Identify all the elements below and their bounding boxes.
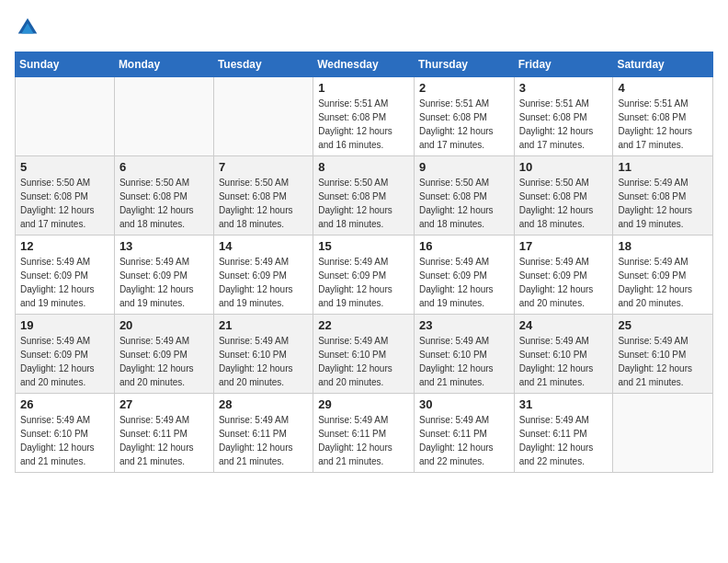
- calendar-week-row: 12Sunrise: 5:49 AM Sunset: 6:09 PM Dayli…: [16, 236, 713, 315]
- day-info: Sunrise: 5:49 AM Sunset: 6:10 PM Dayligh…: [219, 334, 308, 389]
- day-info: Sunrise: 5:49 AM Sunset: 6:09 PM Dayligh…: [119, 334, 209, 389]
- calendar-cell: 11Sunrise: 5:49 AM Sunset: 6:08 PM Dayli…: [613, 156, 713, 236]
- calendar-table: SundayMondayTuesdayWednesdayThursdayFrid…: [15, 52, 713, 473]
- day-number: 24: [519, 318, 609, 332]
- calendar-cell: [613, 394, 713, 473]
- day-info: Sunrise: 5:49 AM Sunset: 6:11 PM Dayligh…: [519, 413, 609, 468]
- day-number: 23: [419, 318, 509, 332]
- logo: [15, 15, 44, 40]
- day-number: 3: [519, 81, 609, 95]
- column-header-friday: Friday: [514, 52, 613, 77]
- calendar-cell: 3Sunrise: 5:51 AM Sunset: 6:08 PM Daylig…: [514, 77, 613, 156]
- day-info: Sunrise: 5:50 AM Sunset: 6:08 PM Dayligh…: [119, 176, 209, 231]
- calendar-cell: 20Sunrise: 5:49 AM Sunset: 6:09 PM Dayli…: [114, 315, 213, 394]
- day-number: 25: [618, 318, 708, 332]
- column-header-sunday: Sunday: [16, 52, 115, 77]
- calendar-header-row: SundayMondayTuesdayWednesdayThursdayFrid…: [16, 52, 713, 77]
- calendar-week-row: 5Sunrise: 5:50 AM Sunset: 6:08 PM Daylig…: [16, 156, 713, 236]
- page-header: [15, 15, 713, 40]
- calendar-cell: 6Sunrise: 5:50 AM Sunset: 6:08 PM Daylig…: [114, 156, 213, 236]
- calendar-cell: 31Sunrise: 5:49 AM Sunset: 6:11 PM Dayli…: [514, 394, 613, 473]
- calendar-cell: [16, 77, 115, 156]
- day-info: Sunrise: 5:49 AM Sunset: 6:09 PM Dayligh…: [618, 255, 708, 310]
- day-info: Sunrise: 5:50 AM Sunset: 6:08 PM Dayligh…: [20, 176, 109, 231]
- day-info: Sunrise: 5:49 AM Sunset: 6:08 PM Dayligh…: [618, 176, 708, 231]
- calendar-cell: 5Sunrise: 5:50 AM Sunset: 6:08 PM Daylig…: [16, 156, 115, 236]
- calendar-cell: 28Sunrise: 5:49 AM Sunset: 6:11 PM Dayli…: [213, 394, 313, 473]
- calendar-cell: 13Sunrise: 5:49 AM Sunset: 6:09 PM Dayli…: [114, 236, 213, 315]
- calendar-cell: 25Sunrise: 5:49 AM Sunset: 6:10 PM Dayli…: [613, 315, 713, 394]
- day-info: Sunrise: 5:49 AM Sunset: 6:09 PM Dayligh…: [219, 255, 308, 310]
- day-info: Sunrise: 5:50 AM Sunset: 6:08 PM Dayligh…: [419, 176, 509, 231]
- day-number: 27: [119, 397, 209, 411]
- calendar-cell: 26Sunrise: 5:49 AM Sunset: 6:10 PM Dayli…: [16, 394, 115, 473]
- column-header-wednesday: Wednesday: [313, 52, 415, 77]
- calendar-cell: 4Sunrise: 5:51 AM Sunset: 6:08 PM Daylig…: [613, 77, 713, 156]
- day-info: Sunrise: 5:51 AM Sunset: 6:08 PM Dayligh…: [419, 97, 509, 152]
- calendar-cell: 30Sunrise: 5:49 AM Sunset: 6:11 PM Dayli…: [414, 394, 514, 473]
- day-info: Sunrise: 5:49 AM Sunset: 6:10 PM Dayligh…: [519, 334, 609, 389]
- day-info: Sunrise: 5:49 AM Sunset: 6:09 PM Dayligh…: [318, 255, 409, 310]
- calendar-cell: [114, 77, 213, 156]
- day-number: 6: [119, 160, 209, 174]
- calendar-cell: 21Sunrise: 5:49 AM Sunset: 6:10 PM Dayli…: [213, 315, 313, 394]
- day-number: 4: [618, 81, 708, 95]
- day-number: 10: [519, 160, 609, 174]
- calendar-cell: 29Sunrise: 5:49 AM Sunset: 6:11 PM Dayli…: [313, 394, 415, 473]
- calendar-cell: 10Sunrise: 5:50 AM Sunset: 6:08 PM Dayli…: [514, 156, 613, 236]
- day-number: 5: [20, 160, 109, 174]
- day-number: 14: [219, 239, 308, 253]
- day-number: 15: [318, 239, 409, 253]
- logo-icon: [15, 15, 40, 40]
- column-header-saturday: Saturday: [613, 52, 713, 77]
- day-number: 21: [219, 318, 308, 332]
- day-info: Sunrise: 5:49 AM Sunset: 6:11 PM Dayligh…: [419, 413, 509, 468]
- day-info: Sunrise: 5:49 AM Sunset: 6:09 PM Dayligh…: [419, 255, 509, 310]
- day-info: Sunrise: 5:49 AM Sunset: 6:11 PM Dayligh…: [219, 413, 308, 468]
- day-number: 16: [419, 239, 509, 253]
- day-info: Sunrise: 5:49 AM Sunset: 6:09 PM Dayligh…: [20, 255, 109, 310]
- calendar-cell: 14Sunrise: 5:49 AM Sunset: 6:09 PM Dayli…: [213, 236, 313, 315]
- day-number: 8: [318, 160, 409, 174]
- day-number: 1: [318, 81, 409, 95]
- calendar-cell: 7Sunrise: 5:50 AM Sunset: 6:08 PM Daylig…: [213, 156, 313, 236]
- day-info: Sunrise: 5:49 AM Sunset: 6:09 PM Dayligh…: [519, 255, 609, 310]
- calendar-cell: 16Sunrise: 5:49 AM Sunset: 6:09 PM Dayli…: [414, 236, 514, 315]
- day-number: 9: [419, 160, 509, 174]
- calendar-cell: 23Sunrise: 5:49 AM Sunset: 6:10 PM Dayli…: [414, 315, 514, 394]
- calendar-cell: 12Sunrise: 5:49 AM Sunset: 6:09 PM Dayli…: [16, 236, 115, 315]
- column-header-monday: Monday: [114, 52, 213, 77]
- day-info: Sunrise: 5:51 AM Sunset: 6:08 PM Dayligh…: [618, 97, 708, 152]
- day-number: 13: [119, 239, 209, 253]
- day-info: Sunrise: 5:49 AM Sunset: 6:10 PM Dayligh…: [618, 334, 708, 389]
- day-info: Sunrise: 5:49 AM Sunset: 6:10 PM Dayligh…: [419, 334, 509, 389]
- calendar-cell: 9Sunrise: 5:50 AM Sunset: 6:08 PM Daylig…: [414, 156, 514, 236]
- column-header-thursday: Thursday: [414, 52, 514, 77]
- calendar-cell: 18Sunrise: 5:49 AM Sunset: 6:09 PM Dayli…: [613, 236, 713, 315]
- calendar-cell: 22Sunrise: 5:49 AM Sunset: 6:10 PM Dayli…: [313, 315, 415, 394]
- day-number: 17: [519, 239, 609, 253]
- calendar-cell: 15Sunrise: 5:49 AM Sunset: 6:09 PM Dayli…: [313, 236, 415, 315]
- calendar-cell: 24Sunrise: 5:49 AM Sunset: 6:10 PM Dayli…: [514, 315, 613, 394]
- day-number: 22: [318, 318, 409, 332]
- day-info: Sunrise: 5:51 AM Sunset: 6:08 PM Dayligh…: [318, 97, 409, 152]
- day-info: Sunrise: 5:49 AM Sunset: 6:09 PM Dayligh…: [119, 255, 209, 310]
- calendar-cell: 2Sunrise: 5:51 AM Sunset: 6:08 PM Daylig…: [414, 77, 514, 156]
- calendar-cell: 27Sunrise: 5:49 AM Sunset: 6:11 PM Dayli…: [114, 394, 213, 473]
- calendar-cell: 1Sunrise: 5:51 AM Sunset: 6:08 PM Daylig…: [313, 77, 415, 156]
- day-number: 18: [618, 239, 708, 253]
- day-info: Sunrise: 5:51 AM Sunset: 6:08 PM Dayligh…: [519, 97, 609, 152]
- day-number: 7: [219, 160, 308, 174]
- day-info: Sunrise: 5:50 AM Sunset: 6:08 PM Dayligh…: [219, 176, 308, 231]
- day-info: Sunrise: 5:50 AM Sunset: 6:08 PM Dayligh…: [519, 176, 609, 231]
- day-number: 28: [219, 397, 308, 411]
- day-number: 26: [20, 397, 109, 411]
- column-header-tuesday: Tuesday: [213, 52, 313, 77]
- day-info: Sunrise: 5:49 AM Sunset: 6:10 PM Dayligh…: [318, 334, 409, 389]
- day-info: Sunrise: 5:49 AM Sunset: 6:09 PM Dayligh…: [20, 334, 109, 389]
- calendar-cell: 19Sunrise: 5:49 AM Sunset: 6:09 PM Dayli…: [16, 315, 115, 394]
- calendar-week-row: 1Sunrise: 5:51 AM Sunset: 6:08 PM Daylig…: [16, 77, 713, 156]
- calendar-cell: 8Sunrise: 5:50 AM Sunset: 6:08 PM Daylig…: [313, 156, 415, 236]
- day-number: 30: [419, 397, 509, 411]
- day-info: Sunrise: 5:50 AM Sunset: 6:08 PM Dayligh…: [318, 176, 409, 231]
